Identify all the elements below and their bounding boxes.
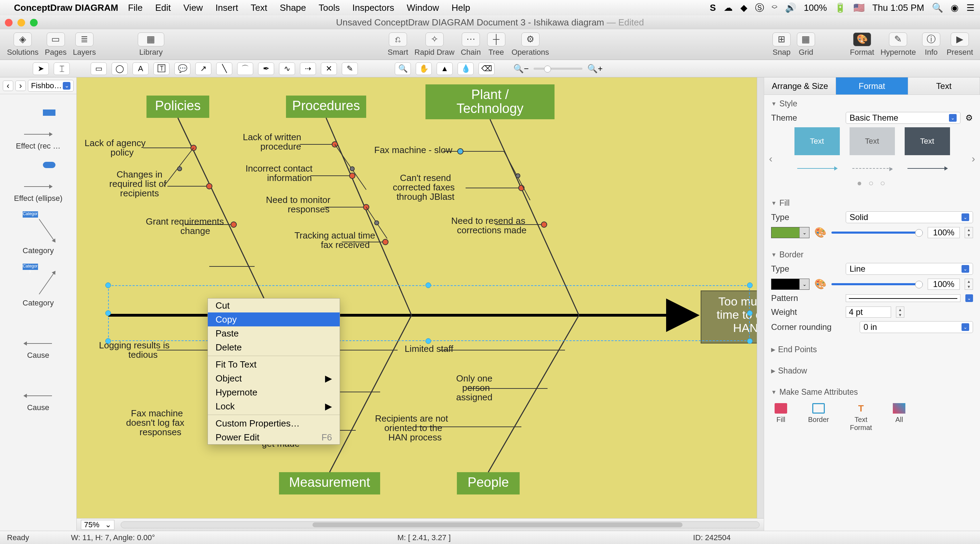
- notification-center-icon[interactable]: ☰: [966, 2, 974, 13]
- lib-item-effect-rect[interactable]: Effect (rec …: [3, 98, 73, 151]
- connector-tool[interactable]: ⇢: [300, 62, 316, 75]
- arc-tool[interactable]: ⌒: [237, 62, 253, 75]
- siri-icon[interactable]: ◉: [951, 2, 959, 13]
- menu-window[interactable]: Window: [407, 2, 439, 13]
- fill-color-button[interactable]: ⌄: [771, 227, 810, 238]
- fill-type-select[interactable]: Solid⌄: [846, 212, 973, 223]
- battery-icon[interactable]: 🔋: [835, 2, 846, 13]
- weight-input[interactable]: 4 pt: [846, 307, 891, 318]
- ctx-paste[interactable]: Paste: [208, 326, 340, 340]
- fill-opacity-slider[interactable]: [831, 232, 923, 234]
- make-same-all[interactable]: All: [893, 403, 905, 432]
- textbox-tool[interactable]: 🅃: [153, 62, 170, 75]
- chain-button[interactable]: ⋯Chain: [461, 32, 480, 57]
- lib-item-category-2[interactable]: Categor yCategory: [3, 255, 73, 307]
- ctx-delete[interactable]: Delete: [208, 340, 340, 354]
- selection-handle[interactable]: [105, 282, 111, 288]
- present-button[interactable]: ▶Present: [947, 32, 973, 57]
- text-tool[interactable]: A: [132, 62, 149, 75]
- menu-text[interactable]: Text: [251, 2, 267, 13]
- battery-percent[interactable]: 100%: [804, 2, 827, 13]
- smart-connector-tool[interactable]: ✕: [321, 62, 337, 75]
- section-border[interactable]: Border: [771, 250, 973, 259]
- info-button[interactable]: ⓘInfo: [922, 32, 940, 57]
- pages-button[interactable]: ▭Pages: [45, 32, 67, 57]
- zoom-dropdown[interactable]: 75%⌄: [81, 520, 115, 530]
- tree-button[interactable]: ┼Tree: [487, 32, 505, 57]
- style-page-dots[interactable]: ● ○ ○: [771, 178, 973, 188]
- eraser-tool[interactable]: ⌫: [479, 62, 495, 75]
- selection-handle[interactable]: [105, 338, 111, 344]
- ctx-object[interactable]: Object▶: [208, 371, 340, 385]
- menu-edit[interactable]: Edit: [155, 2, 171, 13]
- rapid-draw-button[interactable]: ✧Rapid Draw: [414, 32, 454, 57]
- weight-stepper[interactable]: ▲▼: [896, 307, 904, 318]
- line-tool[interactable]: ╲: [216, 62, 232, 75]
- skype-icon[interactable]: Ⓢ: [755, 2, 764, 14]
- style-swatch-1[interactable]: Text: [794, 127, 840, 155]
- layers-button[interactable]: ≣Layers: [73, 32, 96, 57]
- bezier-tool[interactable]: ∿: [279, 62, 295, 75]
- border-opacity-value[interactable]: 100%: [928, 278, 960, 290]
- cloud-icon[interactable]: ☁: [724, 2, 733, 13]
- ctx-hypernote[interactable]: Hypernote: [208, 385, 340, 399]
- color-wheel-icon[interactable]: 🎨: [815, 227, 827, 238]
- library-selector[interactable]: Fishbo…⌄: [28, 80, 73, 92]
- app-name[interactable]: ConceptDraw DIAGRAM: [14, 2, 118, 13]
- zoom-out-icon[interactable]: 🔍−: [513, 64, 529, 73]
- selection-handle[interactable]: [425, 282, 431, 288]
- text-edit-tool[interactable]: ⌶: [54, 62, 70, 75]
- selection-handle[interactable]: [425, 338, 431, 344]
- section-shadow[interactable]: Shadow: [771, 366, 973, 375]
- make-same-text-format[interactable]: TText Format: [850, 403, 872, 432]
- color-wheel-icon[interactable]: 🎨: [815, 278, 827, 290]
- selection-handle[interactable]: [747, 338, 752, 344]
- status-s-icon[interactable]: S: [710, 2, 716, 13]
- operations-button[interactable]: ⚙Operations: [512, 32, 549, 57]
- style-prev[interactable]: ‹: [769, 153, 773, 165]
- menu-inspectors[interactable]: Inspectors: [352, 2, 394, 13]
- canvas-area[interactable]: Too much staff time to conduct HAN test …: [77, 78, 764, 531]
- dropbox-icon[interactable]: ◆: [740, 2, 748, 13]
- section-end-points[interactable]: End Points: [771, 345, 973, 354]
- ctx-lock[interactable]: Lock▶: [208, 399, 340, 413]
- corner-select[interactable]: 0 in⌄: [860, 321, 973, 333]
- pointer-tool[interactable]: ➤: [33, 62, 49, 75]
- zoom-window-button[interactable]: [30, 19, 38, 27]
- style-arrow-2[interactable]: [850, 161, 895, 175]
- smart-button[interactable]: ⎌Smart: [388, 32, 408, 57]
- lib-next-button[interactable]: ›: [15, 81, 26, 91]
- close-window-button[interactable]: [5, 19, 13, 27]
- lib-item-cause-1[interactable]: Cause: [3, 307, 73, 360]
- lib-item-effect-ellipse[interactable]: Effect (ellipse): [3, 151, 73, 203]
- style-swatch-3[interactable]: Text: [905, 127, 950, 155]
- section-fill[interactable]: Fill: [771, 199, 973, 208]
- border-color-button[interactable]: ⌄: [771, 278, 810, 290]
- stamp-tool[interactable]: ▲: [437, 62, 453, 75]
- theme-select[interactable]: Basic Theme⌄: [846, 112, 961, 124]
- zoom-in-icon[interactable]: 🔍+: [587, 64, 603, 73]
- fill-opacity-value[interactable]: 100%: [928, 227, 960, 238]
- gear-icon[interactable]: ⚙: [965, 113, 973, 123]
- selection-handle[interactable]: [105, 310, 111, 316]
- zoom-slider[interactable]: [534, 68, 582, 70]
- grid-button[interactable]: ▦Grid: [797, 32, 815, 57]
- solutions-button[interactable]: ◈Solutions: [7, 32, 39, 57]
- selection-handle[interactable]: [747, 282, 752, 288]
- lib-item-category-1[interactable]: CategorCategory: [3, 203, 73, 255]
- section-make-same[interactable]: Make Same Attributes: [771, 387, 973, 397]
- freehand-tool[interactable]: ✎: [342, 62, 358, 75]
- selection-handle[interactable]: [747, 310, 752, 316]
- tab-format[interactable]: Format: [836, 78, 908, 94]
- ctx-cut[interactable]: Cut: [208, 299, 340, 312]
- border-type-select[interactable]: Line⌄: [846, 263, 973, 275]
- border-opacity-slider[interactable]: [831, 283, 923, 285]
- make-same-border[interactable]: Border: [808, 403, 829, 432]
- lib-prev-button[interactable]: ‹: [3, 81, 13, 91]
- section-style[interactable]: Style: [771, 99, 973, 108]
- clock[interactable]: Thu 1:05 PM: [872, 2, 924, 13]
- volume-icon[interactable]: 🔊: [785, 2, 796, 13]
- style-next[interactable]: ›: [972, 153, 975, 165]
- border-opacity-stepper[interactable]: ▲▼: [965, 278, 973, 290]
- ellipse-tool[interactable]: ◯: [111, 62, 128, 75]
